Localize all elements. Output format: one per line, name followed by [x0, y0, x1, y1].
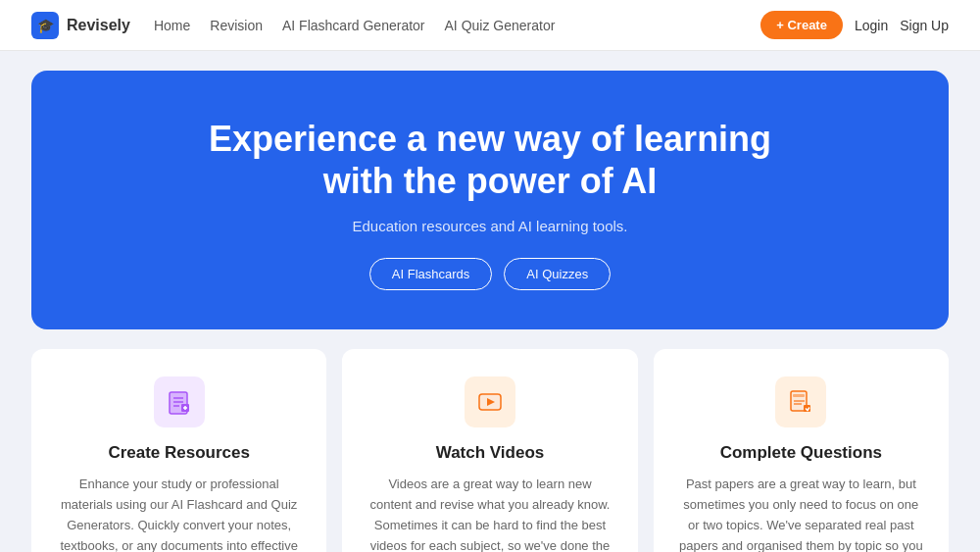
watch-videos-icon — [465, 376, 515, 427]
hero-quizzes-button[interactable]: AI Quizzes — [504, 258, 611, 290]
hero-buttons: AI Flashcards AI Quizzes — [63, 258, 917, 290]
hero-subtitle: Education resources and AI learning tool… — [63, 218, 917, 234]
complete-questions-title: Complete Questions — [677, 443, 925, 463]
navbar-actions: + Create Login Sign Up — [760, 11, 949, 39]
feature-cards: Create Resources Enhance your study or p… — [31, 349, 949, 552]
create-button[interactable]: + Create — [760, 11, 843, 39]
brand-name: Revisely — [67, 17, 130, 34]
complete-questions-icon — [775, 376, 826, 427]
create-resources-icon — [154, 376, 205, 427]
create-resources-text: Enhance your study or professional mater… — [55, 475, 303, 552]
create-resources-title: Create Resources — [55, 443, 303, 463]
complete-questions-text: Past papers are a great way to learn, bu… — [677, 475, 925, 552]
hero-section: Experience a new way of learningwith the… — [31, 71, 949, 329]
brand-logo[interactable]: 🎓 Revisely — [31, 12, 130, 39]
hero-flashcards-button[interactable]: AI Flashcards — [369, 258, 492, 290]
watch-videos-title: Watch Videos — [366, 443, 613, 463]
nav-quiz-generator[interactable]: AI Quiz Generator — [445, 18, 556, 33]
watch-videos-text: Videos are a great way to learn new cont… — [366, 475, 613, 552]
signup-button[interactable]: Sign Up — [900, 18, 949, 33]
svg-rect-10 — [793, 394, 805, 397]
feature-card-create: Create Resources Enhance your study or p… — [31, 349, 326, 552]
feature-card-questions: Complete Questions Past papers are a gre… — [654, 349, 949, 552]
brand-icon: 🎓 — [31, 12, 59, 39]
nav-links: Home Revision AI Flashcard Generator AI … — [154, 18, 737, 33]
hero-title: Experience a new way of learningwith the… — [63, 118, 917, 202]
nav-flashcard-generator[interactable]: AI Flashcard Generator — [282, 18, 425, 33]
login-button[interactable]: Login — [855, 18, 888, 33]
main-content: Experience a new way of learningwith the… — [0, 51, 980, 552]
nav-revision[interactable]: Revision — [210, 18, 263, 33]
nav-home[interactable]: Home — [154, 18, 190, 33]
feature-card-videos: Watch Videos Videos are a great way to l… — [342, 349, 637, 552]
navbar: 🎓 Revisely Home Revision AI Flashcard Ge… — [0, 0, 980, 51]
